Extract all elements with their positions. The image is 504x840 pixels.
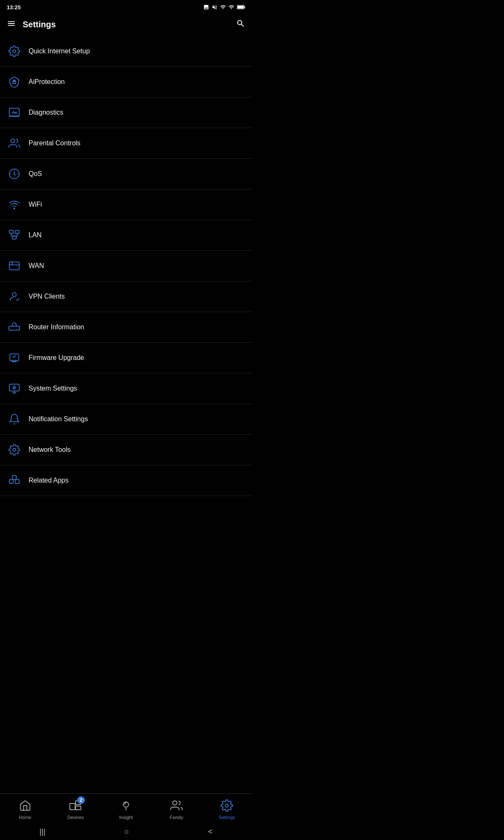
photo-status-icon <box>203 4 209 10</box>
menu-item-router-information[interactable]: Router Information <box>0 312 252 343</box>
shield-lock-icon <box>7 74 22 89</box>
system-icon <box>7 381 22 396</box>
firmware-icon <box>7 350 22 365</box>
status-time: 13:25 <box>7 4 21 10</box>
menu-item-wifi[interactable]: WiFi <box>0 189 252 220</box>
menu-item-related-apps[interactable]: Related Apps <box>0 465 252 496</box>
menu-item-system-settings[interactable]: System Settings <box>0 373 252 404</box>
menu-item-diagnostics[interactable]: Diagnostics <box>0 97 252 128</box>
gear-network-icon <box>7 44 22 59</box>
menu-item-label-related-apps: Related Apps <box>29 477 68 484</box>
menu-item-vpn-clients[interactable]: VPN Clients <box>0 281 252 312</box>
settings-menu-list: Quick Internet Setup AiProtection Diagno… <box>0 36 252 496</box>
svg-point-23 <box>13 386 16 388</box>
menu-item-label-firmware-upgrade: Firmware Upgrade <box>29 354 84 362</box>
menu-item-label-network-tools: Network Tools <box>29 446 71 454</box>
wifi-icon <box>7 197 22 212</box>
menu-item-label-vpn-clients: VPN Clients <box>29 293 65 300</box>
notification-icon <box>7 412 22 427</box>
svg-point-19 <box>12 293 16 297</box>
top-bar: Settings <box>0 13 252 36</box>
menu-item-label-qos: QoS <box>29 170 42 178</box>
menu-item-label-router-information: Router Information <box>29 323 84 331</box>
menu-item-qos[interactable]: QoS <box>0 159 252 189</box>
menu-item-quick-internet-setup[interactable]: Quick Internet Setup <box>0 36 252 67</box>
svg-rect-16 <box>9 262 19 270</box>
svg-rect-25 <box>9 480 13 483</box>
hamburger-menu-button[interactable] <box>7 19 16 30</box>
parental-icon <box>7 136 22 151</box>
qos-icon <box>7 166 22 181</box>
menu-item-label-quick-internet-setup: Quick Internet Setup <box>29 47 90 55</box>
page-title: Settings <box>23 20 56 29</box>
vpn-icon <box>7 289 22 304</box>
menu-item-parental-controls[interactable]: Parental Controls <box>0 128 252 159</box>
menu-item-wan[interactable]: WAN <box>0 251 252 281</box>
menu-item-notification-settings[interactable]: Notification Settings <box>0 404 252 435</box>
search-button[interactable] <box>236 19 245 30</box>
menu-item-label-diagnostics: Diagnostics <box>29 109 63 116</box>
menu-item-label-system-settings: System Settings <box>29 385 77 392</box>
svg-rect-11 <box>12 236 16 239</box>
menu-item-network-tools[interactable]: Network Tools <box>0 435 252 465</box>
mute-icon <box>212 4 218 10</box>
svg-rect-22 <box>9 384 19 391</box>
svg-rect-9 <box>9 230 13 233</box>
svg-rect-4 <box>9 108 19 116</box>
menu-item-label-notification-settings: Notification Settings <box>29 415 88 423</box>
svg-rect-2 <box>237 6 244 8</box>
wan-icon <box>7 258 22 273</box>
status-icons <box>203 4 245 10</box>
router-icon <box>7 320 22 335</box>
svg-rect-27 <box>12 475 16 479</box>
top-bar-left: Settings <box>7 19 56 30</box>
menu-item-lan[interactable]: LAN <box>0 220 252 251</box>
wifi-status-icon <box>220 4 226 10</box>
related-apps-icon <box>7 473 22 488</box>
svg-rect-1 <box>244 6 245 8</box>
menu-item-firmware-upgrade[interactable]: Firmware Upgrade <box>0 343 252 373</box>
svg-point-6 <box>11 139 15 143</box>
battery-icon <box>237 5 245 10</box>
menu-item-label-ai-protection: AiProtection <box>29 78 65 86</box>
menu-item-label-wifi: WiFi <box>29 201 42 208</box>
svg-point-24 <box>13 449 16 452</box>
status-bar: 13:25 <box>0 0 252 13</box>
svg-point-3 <box>13 50 16 53</box>
menu-item-label-wan: WAN <box>29 262 44 270</box>
menu-item-ai-protection[interactable]: AiProtection <box>0 67 252 97</box>
lan-icon <box>7 228 22 243</box>
menu-item-label-lan: LAN <box>29 231 42 239</box>
signal-icon <box>228 4 234 10</box>
menu-item-label-parental-controls: Parental Controls <box>29 139 81 147</box>
svg-rect-26 <box>15 480 19 483</box>
svg-point-8 <box>14 208 15 209</box>
svg-rect-10 <box>15 230 19 233</box>
diagnostics-icon <box>7 105 22 120</box>
svg-rect-20 <box>9 326 20 330</box>
network-tools-icon <box>7 442 22 457</box>
